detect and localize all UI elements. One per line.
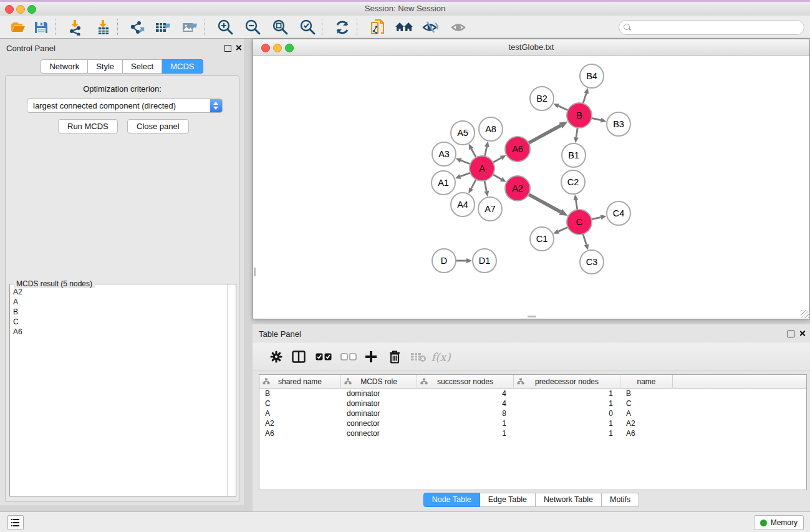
table-cell[interactable]: 1 [417, 428, 514, 438]
network-canvas[interactable]: B4B2BB3A8A5A6A3B1AA1C2A2A4A7C4CC1C3DD1 [253, 56, 809, 318]
table-cell[interactable]: 8 [417, 409, 514, 418]
table-cell[interactable]: B [259, 389, 341, 399]
graph-edge-A-A1[interactable] [455, 173, 470, 179]
graph-edge-B-B3[interactable] [592, 118, 607, 123]
graph-node-A[interactable]: A [470, 156, 494, 181]
table-cell[interactable]: A6 [259, 428, 341, 438]
show-task-history-button[interactable] [7, 515, 24, 530]
table-cell[interactable]: 1 [514, 389, 620, 399]
float-panel-icon[interactable] [788, 331, 794, 337]
graph-node-C3[interactable]: C3 [580, 250, 604, 274]
memory-button[interactable]: Memory [754, 515, 804, 530]
close-panel-icon[interactable] [799, 330, 806, 337]
table-settings-button[interactable] [266, 347, 286, 367]
graph-node-C[interactable]: C [567, 210, 592, 235]
graph-node-A7[interactable]: A7 [478, 197, 502, 221]
tab-motifs[interactable]: Motifs [602, 493, 639, 507]
function-builder-button[interactable]: f(x) [431, 347, 451, 367]
delete-table-button[interactable] [408, 347, 428, 367]
graph-node-C2[interactable]: C2 [561, 170, 585, 194]
table-cell[interactable]: 1 [514, 418, 620, 428]
tab-select[interactable]: Select [123, 59, 162, 74]
table-cell[interactable]: A6 [620, 428, 673, 438]
column-header-MCDS-role[interactable]: MCDS role [341, 375, 417, 389]
tab-edge-table[interactable]: Edge Table [480, 493, 536, 507]
close-panel-icon[interactable] [235, 44, 242, 51]
table-cell[interactable]: 4 [417, 399, 514, 409]
graph-node-B2[interactable]: B2 [530, 87, 554, 110]
resize-grip[interactable] [801, 310, 809, 318]
search-input[interactable] [633, 21, 800, 34]
table-cell[interactable]: A2 [259, 418, 341, 428]
open-file-button[interactable] [7, 17, 29, 37]
table-cell[interactable]: connector [341, 418, 417, 428]
result-item-a6[interactable]: A6 [11, 327, 227, 337]
export-network-button[interactable] [126, 17, 147, 37]
graph-node-B[interactable]: B [567, 103, 592, 128]
graph-node-D1[interactable]: D1 [473, 249, 496, 273]
graph-edge-A6-B[interactable] [529, 122, 568, 143]
table-cell[interactable]: 1 [514, 428, 620, 438]
table-cell[interactable]: A2 [620, 418, 673, 428]
table-cell[interactable]: C [259, 399, 341, 409]
column-header-successor-nodes[interactable]: successor nodes [417, 375, 514, 389]
table-cell[interactable]: dominator [341, 389, 417, 399]
table-cell[interactable]: C [620, 399, 673, 409]
graph-node-C1[interactable]: C1 [530, 227, 554, 251]
horizontal-scrollbar-thumb[interactable] [528, 316, 536, 317]
graph-edge-B-B4[interactable] [583, 88, 589, 104]
graph-node-A8[interactable]: A8 [479, 117, 503, 141]
graph-edge-C-C4[interactable] [592, 215, 607, 220]
show-all-button[interactable] [448, 17, 470, 37]
export-image-button[interactable] [179, 17, 200, 37]
table-cell[interactable]: dominator [341, 399, 417, 409]
zoom-in-button[interactable] [215, 17, 236, 37]
save-session-button[interactable] [31, 17, 52, 37]
graph-node-B3[interactable]: B3 [607, 112, 630, 136]
graph-edge-B-B1[interactable] [574, 128, 579, 143]
zoom-out-button[interactable] [242, 17, 263, 37]
column-header-shared-name[interactable]: shared name [259, 375, 341, 389]
graph-node-B4[interactable]: B4 [580, 64, 604, 88]
table-cell[interactable]: connector [341, 428, 417, 438]
search-field[interactable] [619, 20, 804, 35]
table-cell[interactable]: A [620, 409, 673, 418]
graph-node-A1[interactable]: A1 [432, 171, 455, 195]
criterion-dropdown[interactable]: largest connected component (directed) [27, 99, 223, 113]
graph-edge-D-D1[interactable] [456, 258, 472, 263]
table-row[interactable]: Adominator80A [259, 409, 806, 418]
new-network-from-selection-button[interactable] [367, 17, 388, 37]
graph-edge-C-C1[interactable] [553, 227, 568, 234]
result-item-a2[interactable]: A2 [11, 287, 227, 297]
show-column-panel-button[interactable] [289, 347, 309, 367]
table-cell[interactable]: 1 [417, 418, 514, 428]
export-table-button[interactable] [152, 17, 173, 37]
tab-style[interactable]: Style [88, 59, 123, 74]
table-row[interactable]: Bdominator41B [259, 389, 806, 399]
graph-node-B1[interactable]: B1 [562, 143, 586, 167]
zoom-fit-button[interactable] [269, 17, 291, 37]
result-item-a[interactable]: A [11, 297, 227, 307]
graph-edge-B-B2[interactable] [553, 104, 568, 110]
result-item-b[interactable]: B [11, 307, 227, 317]
graph-edge-C-C2[interactable] [574, 195, 579, 210]
first-neighbors-button[interactable] [393, 17, 415, 37]
table-cell[interactable]: 4 [417, 389, 514, 399]
import-network-button[interactable] [65, 17, 86, 37]
graph-node-A5[interactable]: A5 [451, 121, 475, 145]
graph-node-A2[interactable]: A2 [505, 176, 530, 201]
graph-edge-C-C3[interactable] [583, 234, 589, 250]
network-window-titlebar[interactable]: testGlobe.txt [253, 39, 809, 56]
table-cell[interactable]: B [620, 389, 673, 399]
graph-edge-A-A2[interactable] [493, 175, 506, 182]
table-row[interactable]: Cdominator41C [259, 399, 806, 409]
apply-layout-button[interactable] [332, 17, 353, 37]
table-cell[interactable]: 0 [514, 409, 620, 418]
graph-node-C4[interactable]: C4 [607, 201, 630, 225]
zoom-selected-button[interactable] [297, 17, 318, 37]
table-cell[interactable]: dominator [341, 409, 417, 418]
graph-node-A4[interactable]: A4 [451, 193, 475, 216]
tab-mcds[interactable]: MCDS [162, 59, 203, 74]
column-header-predecessor-nodes[interactable]: predecessor nodes [514, 375, 620, 389]
graph-edge-A-A4[interactable] [468, 180, 476, 194]
